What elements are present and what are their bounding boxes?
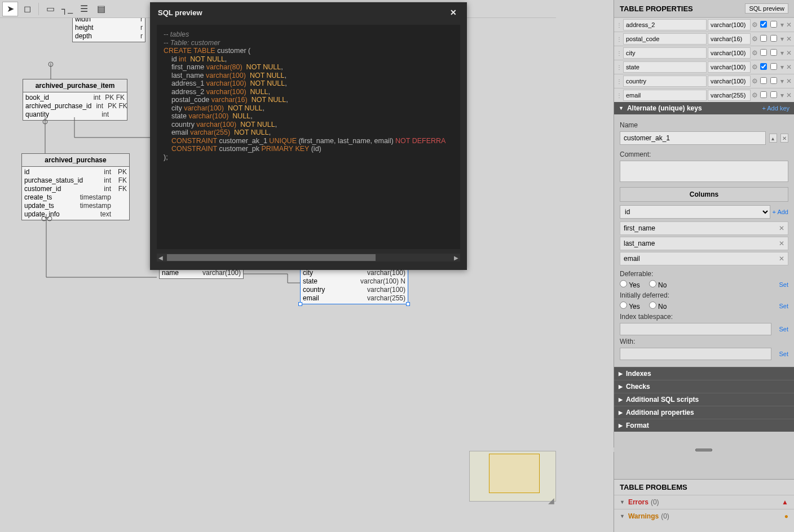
sql-code-area[interactable]: -- tables-- Table: customerCREATE TABLE … [157, 25, 460, 249]
nn-checkbox[interactable] [769, 21, 778, 29]
errors-row[interactable]: ▼ Errors (0) ▲ [614, 495, 794, 509]
note-tool-icon[interactable]: ▤ [93, 2, 109, 16]
marquee-tool-icon[interactable]: ◻ [19, 2, 35, 16]
column-type-input[interactable] [708, 33, 751, 45]
section-additional-properties[interactable]: ▶Additional properties [614, 406, 794, 419]
gear-icon[interactable]: ⚙ [752, 49, 758, 57]
column-select[interactable]: id [620, 205, 770, 219]
chevron-down-icon[interactable]: ▾ [779, 49, 785, 57]
column-name-input[interactable] [623, 19, 707, 30]
entity-archived-purchase[interactable]: archived_purchase idintPK purchase_statu… [21, 153, 130, 220]
remove-column-icon[interactable]: ✕ [786, 77, 792, 85]
pk-checkbox[interactable] [759, 63, 768, 72]
entity-customer-selected[interactable]: cityvarchar(100) statevarchar(100) N cou… [300, 267, 408, 304]
initially-yes[interactable]: Yes [620, 302, 640, 311]
scroll-right-icon[interactable]: ▶ [452, 254, 460, 261]
chevron-down-icon[interactable]: ▾ [779, 35, 785, 43]
with-input[interactable] [620, 348, 771, 360]
connector-tool-icon[interactable]: ┐_ [59, 2, 75, 16]
add-key-link[interactable]: + Add key [762, 105, 789, 112]
column-row[interactable]: ⋮⚙▾✕ [614, 88, 794, 102]
nn-checkbox[interactable] [769, 49, 778, 57]
selected-column[interactable]: last_name✕ [620, 237, 788, 250]
set-link[interactable]: Set [779, 326, 788, 333]
set-link[interactable]: Set [779, 303, 788, 309]
column-row[interactable]: ⋮⚙▾✕ [614, 32, 794, 46]
chevron-down-icon[interactable]: ▾ [779, 91, 785, 99]
table-tool-icon[interactable]: ▭ [42, 2, 58, 16]
column-name-input[interactable] [623, 76, 707, 87]
gear-icon[interactable]: ⚙ [752, 77, 758, 85]
set-link[interactable]: Set [779, 351, 788, 357]
alternate-keys-section[interactable]: ▼ Alternate (unique) keys + Add key [614, 102, 794, 114]
collapse-icon[interactable]: ▴ [769, 134, 777, 143]
pk-checkbox[interactable] [759, 21, 768, 29]
panel-splitter[interactable] [614, 447, 794, 452]
nn-checkbox[interactable] [769, 77, 778, 86]
pk-checkbox[interactable] [759, 77, 768, 86]
delete-key-icon[interactable]: ✕ [780, 134, 788, 143]
close-icon[interactable]: ✕ [448, 8, 459, 17]
resize-handle-icon[interactable] [298, 302, 302, 306]
resize-handle-icon[interactable] [406, 302, 410, 306]
pk-checkbox[interactable] [759, 91, 768, 100]
drag-handle-icon[interactable]: ⋮ [616, 50, 622, 56]
scroll-thumb[interactable] [167, 254, 376, 261]
deferrable-yes[interactable]: Yes [620, 280, 640, 289]
sql-preview-button[interactable]: SQL preview [745, 3, 788, 14]
remove-icon[interactable]: ✕ [779, 240, 784, 247]
chevron-down-icon[interactable]: ▾ [779, 77, 785, 85]
column-name-input[interactable] [623, 90, 707, 101]
drag-handle-icon[interactable]: ⋮ [616, 64, 622, 70]
column-row[interactable]: ⋮⚙▾✕ [614, 74, 794, 88]
entity-partial-top[interactable]: widthr heightr depthr [72, 18, 145, 42]
column-type-input[interactable] [708, 61, 751, 73]
section-additional-sql-scripts[interactable]: ▶Additional SQL scripts [614, 393, 794, 406]
scroll-left-icon[interactable]: ◀ [157, 254, 165, 261]
minimap[interactable] [469, 451, 556, 502]
vertical-scrollbar[interactable] [548, 18, 556, 504]
remove-icon[interactable]: ✕ [779, 224, 784, 232]
horizontal-scrollbar[interactable]: ◀ ▶ [157, 254, 460, 261]
set-link[interactable]: Set [779, 281, 788, 288]
remove-column-icon[interactable]: ✕ [786, 35, 792, 43]
column-name-input[interactable] [623, 33, 707, 45]
initially-no[interactable]: No [649, 302, 667, 311]
nn-checkbox[interactable] [769, 91, 778, 100]
gear-icon[interactable]: ⚙ [752, 91, 758, 99]
entity-archived-purchase-item[interactable]: archived_purchase_item book_idintPK FK a… [23, 79, 127, 121]
drag-handle-icon[interactable]: ⋮ [616, 78, 622, 85]
column-type-input[interactable] [708, 47, 751, 59]
drag-handle-icon[interactable]: ⋮ [616, 36, 622, 42]
nn-checkbox[interactable] [769, 35, 778, 43]
gear-icon[interactable]: ⚙ [752, 63, 758, 71]
column-type-input[interactable] [708, 90, 751, 101]
remove-column-icon[interactable]: ✕ [786, 91, 792, 99]
list-tool-icon[interactable]: ☰ [76, 2, 92, 16]
column-row[interactable]: ⋮⚙▾✕ [614, 17, 794, 32]
remove-column-icon[interactable]: ✕ [786, 63, 792, 71]
selected-column[interactable]: first_name✕ [620, 221, 788, 235]
drag-handle-icon[interactable]: ⋮ [616, 22, 622, 28]
remove-icon[interactable]: ✕ [779, 255, 784, 263]
pointer-tool-icon[interactable]: ➤ [2, 2, 18, 16]
warnings-row[interactable]: ▼ Warnings (0) ● [614, 509, 794, 523]
chevron-down-icon[interactable]: ▾ [779, 63, 785, 71]
section-indexes[interactable]: ▶Indexes [614, 367, 794, 380]
selected-column[interactable]: email✕ [620, 252, 788, 265]
pk-checkbox[interactable] [759, 49, 768, 57]
column-type-input[interactable] [708, 76, 751, 87]
minimap-viewport[interactable] [489, 454, 540, 493]
comment-input[interactable] [620, 161, 788, 182]
drag-handle-icon[interactable]: ⋮ [616, 92, 622, 99]
nn-checkbox[interactable] [769, 63, 778, 72]
add-column-link[interactable]: + Add [773, 209, 788, 215]
column-row[interactable]: ⋮⚙▾✕ [614, 46, 794, 60]
pk-checkbox[interactable] [759, 35, 768, 43]
column-type-input[interactable] [708, 19, 751, 30]
remove-column-icon[interactable]: ✕ [786, 49, 792, 57]
remove-column-icon[interactable]: ✕ [786, 21, 792, 29]
index-tablespace-input[interactable] [620, 323, 771, 335]
section-format[interactable]: ▶Format [614, 419, 794, 432]
column-name-input[interactable] [623, 61, 707, 73]
